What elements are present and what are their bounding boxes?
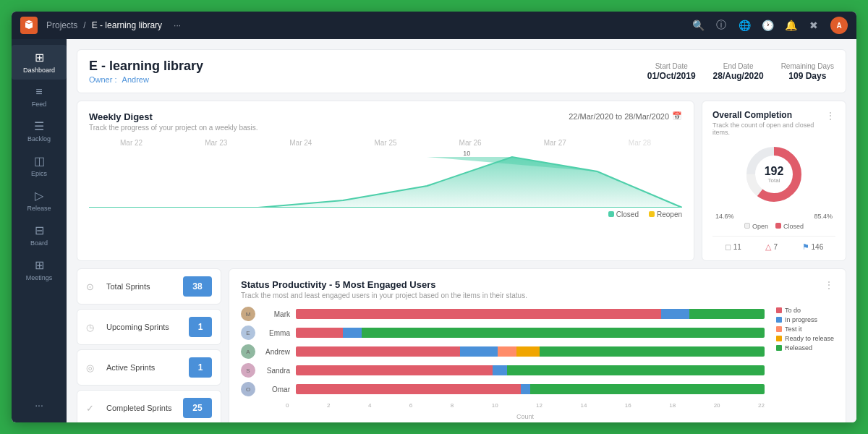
name-omar: Omar xyxy=(261,386,290,393)
start-date-item: Start Date 01/Oct/2019 xyxy=(647,62,696,81)
weekly-chart-svg xyxy=(89,150,682,208)
chart-svg-area: 10 xyxy=(89,150,682,208)
sidebar-item-meetings[interactable]: ⊞ Meetings xyxy=(12,252,67,287)
open-dot xyxy=(744,223,750,229)
seg-andrew-testit xyxy=(498,346,516,357)
stat1-icon: ◻ xyxy=(725,242,731,252)
app-logo[interactable] xyxy=(20,17,38,34)
seg-mark-released xyxy=(689,309,765,319)
day-label-3: Mar 25 xyxy=(343,139,427,147)
owner-name: Andrew xyxy=(122,75,149,84)
seg-andrew-todo xyxy=(296,346,460,357)
remaining-value: 109 Days xyxy=(781,71,834,81)
sidebar-label-backlog: Backlog xyxy=(27,135,51,142)
name-sandra: Sandra xyxy=(261,367,290,375)
bar-track-emma xyxy=(296,328,765,338)
sidebar: ⊞ Dashboard ≡ Feed ☰ Backlog ◫ Epics ▷ xyxy=(12,39,67,422)
nav-more-dots[interactable]: ··· xyxy=(174,20,181,30)
weekly-digest-subtitle: Track the progress of your project on a … xyxy=(89,124,258,132)
middle-row: Weekly Digest Track the progress of your… xyxy=(77,101,846,261)
settings-icon[interactable]: ✖ xyxy=(807,19,820,32)
todo-dot xyxy=(776,307,782,313)
bar-track-omar xyxy=(296,384,765,394)
completion-more-icon[interactable]: ⋮ xyxy=(825,110,835,122)
feed-icon: ≡ xyxy=(35,85,42,98)
bottom-row: ⊙ Total Sprints 38 ◷ Upcoming Sprints 1 … xyxy=(77,268,846,422)
ready-label: Ready to release xyxy=(785,335,834,342)
nav-separator: / xyxy=(83,20,85,30)
search-icon[interactable]: 🔍 xyxy=(692,19,705,32)
sidebar-label-board: Board xyxy=(30,239,48,247)
stat2-value: 7 xyxy=(773,243,778,251)
start-date-label: Start Date xyxy=(647,62,696,70)
sidebar-label-meetings: Meetings xyxy=(26,274,53,281)
sidebar-item-backlog[interactable]: ☰ Backlog xyxy=(12,114,67,148)
sprints-column: ⊙ Total Sprints 38 ◷ Upcoming Sprints 1 … xyxy=(77,268,221,422)
completion-stats: ◻ 11 △ 7 ⚑ 146 xyxy=(712,236,835,252)
calendar-icon[interactable]: 📅 xyxy=(672,111,682,121)
seg-emma-todo xyxy=(296,328,343,338)
completion-subtitle: Track the count of open and closed items… xyxy=(712,122,825,136)
svg-marker-0 xyxy=(89,157,682,208)
nav-projects[interactable]: Projects xyxy=(46,20,77,30)
sidebar-item-dashboard[interactable]: ⊞ Dashboard xyxy=(12,45,67,80)
avatar-omar: O xyxy=(241,382,255,396)
seg-andrew-released xyxy=(540,346,765,357)
avatar-sandra: S xyxy=(241,363,255,378)
breadcrumb: Projects / E - learning library ··· xyxy=(46,20,181,30)
remaining-label: Remaining Days xyxy=(781,62,834,70)
legend-testit: Test it xyxy=(776,326,834,333)
donut-center: 192 Total xyxy=(765,166,784,184)
help-icon[interactable]: ⓘ xyxy=(715,19,728,32)
bar-row-sandra: S Sandra xyxy=(241,363,765,378)
closed-legend-dot xyxy=(775,223,781,229)
day-label-5: Mar 27 xyxy=(513,139,597,147)
release-icon: ▷ xyxy=(35,189,43,203)
completion-header: Overall Completion Track the count of op… xyxy=(712,110,835,136)
sidebar-label-release: Release xyxy=(27,205,51,212)
avatar-emma: E xyxy=(241,326,255,340)
bar-track-andrew xyxy=(296,346,765,357)
start-date-value: 01/Oct/2019 xyxy=(647,71,696,81)
globe-icon[interactable]: 🌐 xyxy=(738,19,751,32)
sidebar-item-feed[interactable]: ≡ Feed xyxy=(12,80,67,114)
legend-ready: Ready to release xyxy=(776,335,834,342)
board-icon: ⊟ xyxy=(35,224,44,237)
bar-row-andrew: A Andrew xyxy=(241,344,765,359)
completion-legend: Open Closed xyxy=(712,223,835,230)
testit-dot xyxy=(776,326,782,332)
name-emma: Emma xyxy=(261,329,290,337)
main-area: ⊞ Dashboard ≡ Feed ☰ Backlog ◫ Epics ▷ xyxy=(12,39,856,422)
peak-label: 10 xyxy=(463,150,470,157)
stat3-value: 146 xyxy=(812,243,824,251)
sidebar-item-release[interactable]: ▷ Release xyxy=(12,183,67,218)
owner-label: Owner : xyxy=(89,75,117,84)
productivity-more-icon[interactable]: ⋮ xyxy=(824,279,834,291)
bar-track-sandra xyxy=(296,365,765,375)
meetings-icon: ⊞ xyxy=(35,258,44,272)
active-sprints-icon: ◎ xyxy=(86,362,99,373)
weekly-digest-title: Weekly Digest xyxy=(89,111,258,122)
bar-chart: M Mark E xyxy=(241,307,765,420)
legend-closed: Closed xyxy=(608,210,639,218)
avatar[interactable]: A xyxy=(830,17,848,34)
sidebar-item-epics[interactable]: ◫ Epics xyxy=(12,148,67,183)
nav-current-project: E - learning library xyxy=(92,20,162,30)
clock-icon[interactable]: 🕐 xyxy=(761,19,774,32)
upcoming-sprints-icon: ◷ xyxy=(86,322,99,333)
sidebar-more-dots[interactable]: ··· xyxy=(29,393,49,417)
x-axis: 0246810121416182022 xyxy=(241,402,765,409)
date-range-text: 22/Mar/2020 to 28/Mar/2020 xyxy=(569,112,669,121)
bell-icon[interactable]: 🔔 xyxy=(784,19,797,32)
stat-item-3: ⚑ 146 xyxy=(802,242,824,252)
page-header-left: E - learning library Owner : Andrew xyxy=(89,59,647,84)
legend-open: Open xyxy=(744,223,768,230)
bar-row-mark: M Mark xyxy=(241,307,765,321)
day-label-6: Mar 28 xyxy=(597,139,682,147)
sidebar-item-board[interactable]: ⊟ Board xyxy=(12,218,67,252)
seg-sandra-todo xyxy=(296,365,493,375)
stat3-icon: ⚑ xyxy=(802,242,809,252)
seg-mark-inprogress xyxy=(661,309,689,319)
day-label-0: Mar 22 xyxy=(89,139,174,147)
digest-header-left: Weekly Digest Track the progress of your… xyxy=(89,111,258,132)
